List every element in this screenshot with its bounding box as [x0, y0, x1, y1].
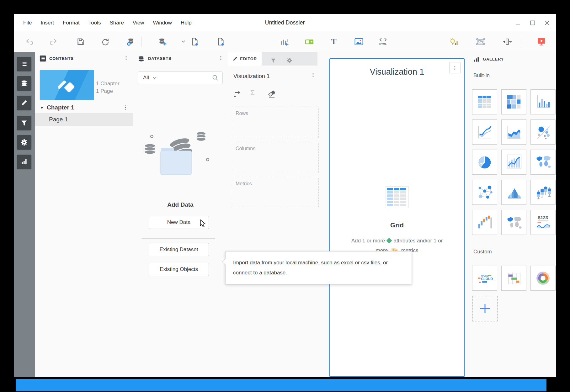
menu-bar: File Insert Format Tools Share View Wind… [23, 14, 192, 31]
gallery-tile-line-chart[interactable] [472, 119, 497, 145]
datasets-panel-icon [138, 56, 145, 62]
dropzone-columns[interactable]: Columns [231, 142, 319, 173]
chapter-row[interactable]: ▾ Chapter 1 ⋮ [35, 102, 133, 113]
left-rail [14, 52, 35, 377]
save-button[interactable] [76, 36, 85, 47]
gallery-tile-histogram[interactable] [501, 180, 526, 205]
add-data-title: Add Data [133, 201, 228, 208]
chapter-caret-icon[interactable]: ▾ [41, 105, 43, 110]
gallery-tile-heatmap[interactable] [501, 89, 526, 114]
dataset-filter-value[interactable]: All [143, 75, 149, 81]
gantt-viz-icon [505, 269, 523, 287]
gallery-tile-word-cloud[interactable]: WORDCLOUD [472, 266, 497, 291]
rail-gallery-button[interactable] [17, 155, 31, 169]
chapter-kebab-menu[interactable]: ⋮ [123, 105, 128, 110]
minimize-button[interactable] [514, 19, 522, 27]
visualization-kebab-button[interactable]: ⋮ [449, 62, 461, 73]
gallery-tile-pie-chart[interactable] [472, 150, 497, 175]
redo-icon [49, 38, 57, 45]
add-data-chevron[interactable] [181, 36, 186, 47]
tab-filter[interactable] [265, 55, 281, 66]
add-visualization-button[interactable] [280, 36, 289, 47]
gallery-tile-combo-chart[interactable] [501, 150, 526, 175]
existing-dataset-button[interactable]: Existing Dataset [149, 243, 209, 256]
gallery-tile-kpi[interactable]: $123 [530, 210, 556, 235]
add-chapter-button[interactable] [190, 36, 200, 47]
redo-button[interactable] [49, 36, 58, 47]
gallery-tile-area-chart[interactable] [501, 119, 526, 145]
editor-viz-kebab-menu[interactable]: ⋮ [311, 72, 316, 77]
dataset-search-box[interactable]: All [138, 72, 223, 84]
gallery-tile-network[interactable] [472, 180, 497, 205]
gallery-tile-grid[interactable] [472, 89, 497, 114]
page-row-selected[interactable]: Page 1 [35, 113, 133, 126]
visualization-panel[interactable]: Visualization 1 ⋮ Grid Add 1 or moreattr… [329, 58, 465, 377]
presentation-button[interactable] [537, 36, 546, 47]
hint-text: attributes and/or 1 or [393, 238, 443, 244]
contents-kebab-menu[interactable]: ⋮ [124, 56, 129, 61]
undo-button[interactable] [25, 36, 34, 47]
app-window: File Insert Format Tools Share View Wind… [14, 14, 556, 377]
dropzone-metrics[interactable]: Metrics [231, 177, 319, 208]
refresh-button[interactable] [100, 36, 110, 47]
rail-settings-button[interactable] [17, 135, 31, 150]
chevron-down-icon[interactable] [153, 77, 157, 79]
add-selector-button[interactable] [305, 36, 314, 47]
background-window-strip [16, 379, 546, 391]
gallery-panel-icon [473, 56, 479, 62]
add-html-button[interactable]: HTML [378, 36, 388, 47]
rail-filter-button[interactable] [17, 116, 31, 130]
menu-window[interactable]: Window [153, 20, 172, 26]
custom-section-label: Custom [473, 249, 492, 255]
add-custom-visual-button[interactable] [472, 296, 498, 321]
insights-button[interactable] [449, 36, 458, 47]
clear-eraser-button[interactable] [267, 90, 276, 98]
datasets-db-icon [20, 79, 28, 87]
rail-contents-button[interactable] [17, 57, 31, 71]
maximize-button[interactable] [529, 19, 536, 27]
menu-help[interactable]: Help [181, 20, 192, 26]
gallery-tile-sunburst[interactable] [530, 266, 556, 291]
menu-tools[interactable]: Tools [88, 20, 101, 26]
add-text-button[interactable]: T [329, 36, 338, 47]
html-label: HTML [379, 43, 387, 45]
menu-share[interactable]: Share [109, 20, 124, 26]
tab-editor-active[interactable]: EDITOR [228, 52, 262, 66]
dossier-thumbnail[interactable] [40, 70, 94, 100]
gallery-tile-bar-chart[interactable] [530, 89, 556, 114]
rail-datasets-button[interactable] [17, 76, 31, 91]
kpi-viz-icon: $123 [534, 213, 552, 231]
search-icon[interactable] [212, 75, 218, 81]
undo-icon [25, 38, 34, 45]
rail-editor-button[interactable] [17, 96, 31, 110]
maximize-icon [530, 20, 535, 25]
swap-axes-button[interactable] [233, 90, 242, 98]
editor-viz-title: Visualization 1 [233, 73, 270, 80]
network-viz-icon [476, 183, 494, 201]
menu-format[interactable]: Format [63, 20, 80, 26]
gallery-tile-geospatial[interactable] [501, 210, 526, 235]
add-page-button[interactable] [216, 36, 226, 47]
gallery-tile-bubble-chart[interactable] [530, 119, 556, 145]
gallery-tile-waterfall[interactable] [472, 210, 497, 235]
gallery-tile-box-plot[interactable] [530, 180, 556, 205]
add-data-button[interactable] [158, 36, 167, 47]
dropzone-rows[interactable]: Rows [231, 107, 319, 138]
gallery-tile-gantt[interactable] [501, 266, 526, 291]
menu-file[interactable]: File [23, 20, 32, 26]
refresh-dataset-button[interactable] [126, 36, 135, 47]
datasets-kebab-menu[interactable]: ⋮ [218, 56, 223, 61]
add-image-button[interactable] [354, 36, 364, 47]
swap-axes-icon [233, 90, 242, 98]
menu-view[interactable]: View [133, 20, 144, 26]
title-bar: File Insert Format Tools Share View Wind… [14, 14, 556, 31]
tab-format[interactable] [281, 55, 297, 66]
existing-objects-button[interactable]: Existing Objects [149, 263, 209, 276]
arrange-button[interactable] [476, 36, 485, 47]
gallery-tile-map[interactable] [530, 150, 556, 175]
close-button[interactable] [543, 19, 551, 27]
menu-insert[interactable]: Insert [40, 20, 54, 26]
fit-contents-button[interactable] [503, 36, 512, 47]
chapter-count: 1 Chapter [96, 79, 120, 88]
add-chapter-icon [190, 37, 199, 46]
